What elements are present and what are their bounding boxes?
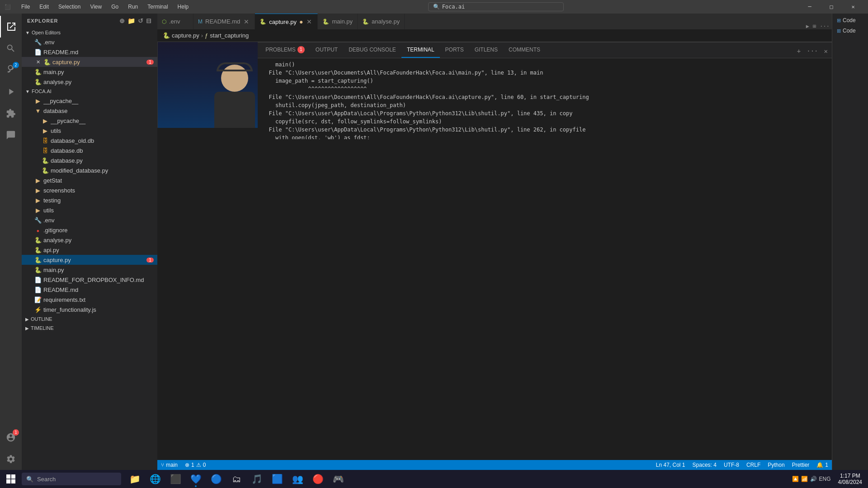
panel-tab-comments[interactable]: COMMENTS: [503, 42, 546, 58]
menu-help[interactable]: Help: [174, 3, 193, 11]
status-git-branch[interactable]: ⑂ main: [157, 460, 181, 470]
activity-settings[interactable]: [0, 448, 22, 470]
collapse-all-icon[interactable]: ⊟: [146, 17, 152, 24]
menu-selection[interactable]: Selection: [55, 3, 84, 11]
menu-file[interactable]: File: [18, 3, 33, 11]
timeline-section[interactable]: ▶ TIMELINE: [22, 324, 157, 333]
tab-main[interactable]: 🐍 main.py: [318, 14, 358, 29]
taskbar-app-teams[interactable]: 👥: [288, 470, 307, 488]
tab-readme[interactable]: M README.md ✕: [193, 14, 255, 29]
taskbar-sys-tray[interactable]: 🔼 📶 🔊 ENG: [788, 476, 835, 482]
open-editor-readme[interactable]: 📄 README.md: [22, 47, 157, 57]
activity-explorer[interactable]: [0, 16, 22, 38]
taskbar-app-terminal[interactable]: ⬛: [166, 470, 184, 488]
taskbar-search[interactable]: 🔍 Search: [22, 473, 121, 485]
close-button[interactable]: ✕: [843, 0, 863, 14]
activity-extensions[interactable]: [0, 103, 22, 124]
maximize-button[interactable]: □: [821, 0, 842, 14]
menu-view[interactable]: View: [86, 3, 105, 11]
terminal-content[interactable]: main() File "C:\Users\user\Documents\All…: [258, 58, 832, 139]
activity-accounts[interactable]: 1: [0, 427, 22, 448]
status-language[interactable]: Python: [764, 460, 788, 470]
database-py[interactable]: 🐍 database.py: [22, 155, 157, 165]
start-button[interactable]: [0, 470, 22, 488]
open-editor-capture[interactable]: ✕ 🐍 capture.py 1: [22, 57, 157, 67]
database-folder[interactable]: ▼ database: [22, 106, 157, 116]
status-prettier[interactable]: Prettier: [788, 460, 813, 470]
taskbar-app-chrome[interactable]: 🔵: [207, 470, 225, 488]
testing-folder[interactable]: ▶ testing: [22, 195, 157, 205]
tab-capture-close[interactable]: ✕: [306, 18, 313, 25]
panel-tab-ports[interactable]: PORTS: [440, 42, 469, 58]
analyse-py-file[interactable]: 🐍 analyse.py: [22, 235, 157, 245]
activity-remote[interactable]: [0, 124, 22, 146]
database-old-db[interactable]: 🗄 database_old.db: [22, 136, 157, 145]
open-editor-main[interactable]: 🐍 main.py: [22, 67, 157, 77]
tab-capture[interactable]: 🐍 capture.py ● ✕: [255, 14, 318, 29]
activity-search[interactable]: [0, 38, 22, 59]
utils-folder[interactable]: ▶ utils: [22, 205, 157, 215]
status-encoding[interactable]: UTF-8: [720, 460, 743, 470]
tab-readme-close[interactable]: ✕: [243, 18, 250, 25]
main-py-file[interactable]: 🐍 main.py: [22, 265, 157, 275]
taskbar-app-explorer[interactable]: 📁: [126, 470, 144, 488]
db-utils-folder[interactable]: ▶ utils: [22, 126, 157, 136]
env-file[interactable]: 🔧 .env: [22, 215, 157, 225]
taskbar-time[interactable]: 1:17 PM 4/08/2024: [835, 473, 866, 485]
tab-analyse[interactable]: 🐍 analyse.py: [358, 14, 405, 29]
search-box[interactable]: 🔍 Foca.ai: [428, 2, 564, 11]
taskbar-app-files[interactable]: 🗂: [227, 470, 245, 488]
readme-dropbox-file[interactable]: 📄 README_FOR_DROPBOX_INFO.md: [22, 275, 157, 285]
activity-run-debug[interactable]: [0, 81, 22, 103]
pycache-folder[interactable]: ▶ __pycache__: [22, 96, 157, 106]
status-notifications[interactable]: 🔔 1: [813, 460, 832, 470]
capture-py-file[interactable]: 🐍 capture.py 1: [22, 255, 157, 265]
timer-js-file[interactable]: ⚡ timer_functionality.js: [22, 305, 157, 314]
getstat-folder[interactable]: ▶ getStat: [22, 175, 157, 185]
panel-tab-debug[interactable]: DEBUG CONSOLE: [343, 42, 401, 58]
minimize-button[interactable]: ─: [799, 0, 820, 14]
refresh-icon[interactable]: ↺: [138, 17, 144, 24]
new-folder-icon[interactable]: 📁: [127, 17, 136, 24]
db-pycache-folder[interactable]: ▶ __pycache__: [22, 116, 157, 126]
outline-section[interactable]: ▶ OUTLINE: [22, 314, 157, 324]
modified-database-py[interactable]: 🐍 modified_database.py: [22, 165, 157, 175]
taskbar-app-app3[interactable]: 🎮: [329, 470, 347, 488]
new-file-icon[interactable]: ⊕: [119, 17, 125, 24]
status-line-col[interactable]: Ln 47, Col 1: [652, 460, 689, 470]
right-panel-code-1[interactable]: ⊞ Code: [835, 16, 866, 25]
split-editor-button[interactable]: ⊞: [813, 23, 816, 29]
taskbar-app-app2[interactable]: 🔴: [309, 470, 327, 488]
tab-env[interactable]: ⬡ .env: [157, 14, 193, 29]
gitignore-file[interactable]: ⬥ .gitignore: [22, 225, 157, 235]
api-py-file[interactable]: 🐍 api.py: [22, 245, 157, 255]
activity-source-control[interactable]: 2: [0, 59, 22, 81]
menu-terminal[interactable]: Terminal: [144, 3, 171, 11]
breadcrumb-file[interactable]: capture.py: [172, 32, 199, 39]
database-db[interactable]: 🗄 database.db: [22, 145, 157, 155]
right-panel-code-2[interactable]: ⊞ Code: [835, 26, 866, 35]
panel-tab-problems[interactable]: PROBLEMS 1: [260, 42, 310, 58]
taskbar-app-app1[interactable]: 🟦: [268, 470, 286, 488]
open-editors-section[interactable]: ▼ Open Editors: [22, 28, 157, 37]
more-actions-button[interactable]: ···: [820, 23, 830, 29]
screenshots-folder[interactable]: ▶ screenshots: [22, 185, 157, 195]
menu-run[interactable]: Run: [124, 3, 142, 11]
menu-go[interactable]: Go: [108, 3, 122, 11]
taskbar-app-edge[interactable]: 🌐: [146, 470, 164, 488]
menu-edit[interactable]: Edit: [36, 3, 52, 11]
project-section[interactable]: ▼ FOCA.AI: [22, 87, 157, 96]
new-terminal-button[interactable]: +: [795, 47, 802, 56]
status-spaces[interactable]: Spaces: 4: [689, 460, 720, 470]
panel-more-button[interactable]: ···: [805, 47, 820, 56]
open-editor-env[interactable]: 🔧 .env: [22, 37, 157, 47]
panel-close-button[interactable]: ✕: [822, 47, 830, 56]
readme-md-file[interactable]: 📄 README.md: [22, 285, 157, 295]
requirements-txt-file[interactable]: 📝 requirements.txt: [22, 295, 157, 305]
breadcrumb-symbol[interactable]: start_capturing: [210, 32, 249, 39]
title-search[interactable]: 🔍 Foca.ai: [192, 2, 799, 11]
status-errors[interactable]: ⊗ 1 ⚠ 0: [181, 460, 209, 470]
panel-tab-terminal[interactable]: TERMINAL: [401, 42, 440, 58]
taskbar-app-vscode[interactable]: 💙: [187, 470, 205, 488]
panel-tab-gitlens[interactable]: GITLENS: [469, 42, 503, 58]
